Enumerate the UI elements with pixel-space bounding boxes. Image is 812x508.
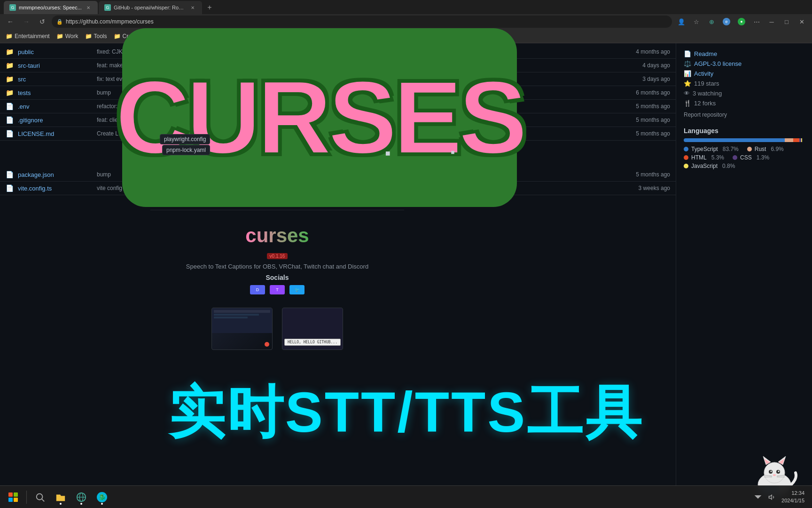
tab-title-1: mmmpneo/curses: Speec... bbox=[19, 5, 82, 10]
lang-rust-bar bbox=[785, 138, 793, 142]
maximize-icon[interactable]: □ bbox=[780, 15, 793, 28]
file-icon-license: 📄 bbox=[6, 130, 14, 137]
readme-logo-area: curses v0.1.16 Speech to Text Captions f… bbox=[150, 216, 404, 300]
taskbar-browser[interactable] bbox=[72, 488, 91, 507]
file-icon-package: 📄 bbox=[6, 171, 14, 178]
file-name[interactable]: .gitignore bbox=[18, 117, 93, 124]
file-name[interactable]: vite.config.ts bbox=[18, 185, 93, 192]
readme-socials-title: Socials bbox=[150, 274, 404, 281]
files-svg bbox=[55, 492, 66, 502]
profile-icon[interactable]: 👤 bbox=[675, 15, 688, 28]
sidebar-readme-link[interactable]: 📄 Readme bbox=[684, 49, 804, 59]
file-name[interactable]: tests bbox=[18, 89, 93, 96]
lang-html-bar bbox=[793, 138, 800, 142]
stars-icon: ⭐ bbox=[684, 80, 691, 87]
address-bar[interactable]: 🔒 https://github.com/mmpmeo/curses bbox=[52, 16, 672, 28]
tab-inactive[interactable]: G GitHub - openai/whisper: Robu... ✕ bbox=[99, 1, 202, 14]
file-icon-env: 📄 bbox=[6, 103, 14, 110]
extension-icon-3[interactable]: ● bbox=[735, 15, 748, 28]
taskbar-search[interactable] bbox=[31, 488, 49, 507]
windows-logo bbox=[8, 492, 18, 502]
activity-icon: 📊 bbox=[684, 70, 691, 77]
svg-point-2 bbox=[764, 462, 785, 483]
extension-icon-2[interactable]: e bbox=[720, 15, 733, 28]
lang-item-js: JavaScript 0.8% bbox=[684, 163, 804, 169]
lang-js-bar bbox=[801, 138, 802, 142]
twitch-icon[interactable]: T bbox=[270, 285, 285, 294]
new-tab-button[interactable]: + bbox=[203, 1, 216, 14]
taskbar-files[interactable] bbox=[51, 488, 70, 507]
sidebar-forks-stat: 🍴 12 forks bbox=[684, 98, 804, 108]
taskbar-game[interactable]: 🐉 bbox=[93, 488, 111, 507]
browser-indicator bbox=[80, 503, 82, 505]
address-text: https://github.com/mmpmeo/curses bbox=[66, 18, 154, 25]
license-icon: ⚖️ bbox=[684, 60, 691, 67]
file-name[interactable]: package.json bbox=[18, 171, 93, 178]
network-icon[interactable] bbox=[752, 492, 764, 503]
language-bar bbox=[684, 138, 804, 142]
file-time: 5 months ago bbox=[623, 130, 670, 137]
minimize-icon[interactable]: ─ bbox=[765, 15, 778, 28]
volume-icon[interactable] bbox=[766, 492, 778, 503]
start-button[interactable] bbox=[4, 488, 23, 507]
js-percent: 0.8% bbox=[722, 163, 735, 169]
bookmark-tools[interactable]: 📁 Tools bbox=[85, 33, 107, 40]
file-name[interactable]: .env bbox=[18, 103, 93, 110]
report-text: Report repository bbox=[684, 111, 727, 118]
folder-icon: 📁 bbox=[6, 33, 13, 40]
file-name[interactable]: public bbox=[18, 48, 93, 56]
address-lock-icon: 🔒 bbox=[56, 19, 63, 25]
sidebar-activity-link[interactable]: 📊 Activity bbox=[684, 69, 804, 79]
game-icon-bg: 🐉 bbox=[97, 492, 107, 502]
sidebar-license-link[interactable]: ⚖️ AGPL-3.0 license bbox=[684, 59, 804, 69]
tab-active[interactable]: G mmmpneo/curses: Speec... ✕ bbox=[4, 1, 98, 14]
settings-icon[interactable]: ⋯ bbox=[750, 15, 763, 28]
refresh-button[interactable]: ↺ bbox=[36, 15, 49, 28]
file-time: 3 days ago bbox=[623, 76, 670, 82]
css-label: CSS bbox=[740, 154, 752, 161]
rust-label: Rust bbox=[755, 146, 766, 152]
bookmark-entertainment[interactable]: 📁 Entertainment bbox=[6, 33, 50, 40]
files-indicator bbox=[60, 503, 62, 505]
tab-close-1[interactable]: ✕ bbox=[85, 4, 92, 11]
folder-icon-4: 📁 bbox=[114, 33, 121, 40]
date-display: 2024/1/15 bbox=[781, 497, 804, 504]
discord-icon[interactable]: D bbox=[250, 285, 265, 294]
readme-badge-area: v0.1.16 bbox=[150, 251, 404, 263]
network-svg bbox=[754, 493, 762, 501]
bookmark-label-tools: Tools bbox=[94, 33, 107, 40]
svg-point-9 bbox=[771, 471, 772, 472]
readme-icon: 📄 bbox=[684, 50, 691, 57]
taskbar-time: 12:34 2024/1/15 bbox=[781, 490, 804, 504]
tab-bar: G mmmpneo/curses: Speec... ✕ G GitHub - … bbox=[0, 0, 812, 14]
back-button[interactable]: ← bbox=[4, 15, 17, 28]
screenshots-row: HELLO, HELLO GITHUB... bbox=[150, 308, 404, 350]
curses-big-text: CURSES bbox=[116, 58, 524, 177]
browser-chrome: G mmmpneo/curses: Speec... ✕ G GitHub - … bbox=[0, 0, 812, 29]
report-repo-link[interactable]: Report repository bbox=[684, 110, 804, 119]
search-svg bbox=[35, 492, 45, 502]
win-square-1 bbox=[8, 492, 13, 497]
close-browser-icon[interactable]: ✕ bbox=[795, 15, 808, 28]
file-icon-vite: 📄 bbox=[6, 184, 14, 192]
typescript-label: TypeScript bbox=[691, 146, 718, 152]
file-name[interactable]: src bbox=[18, 76, 93, 83]
tab-close-2[interactable]: ✕ bbox=[189, 4, 196, 11]
star-icon[interactable]: ☆ bbox=[690, 15, 703, 28]
sidebar-stars-stat: ⭐ 119 stars bbox=[684, 79, 804, 88]
nav-bar: ← → ↺ 🔒 https://github.com/mmpmeo/curses… bbox=[0, 14, 812, 29]
win-square-2 bbox=[14, 492, 18, 497]
forward-button[interactable]: → bbox=[20, 15, 33, 28]
tab-title-2: GitHub - openai/whisper: Robu... bbox=[114, 5, 186, 10]
file-name[interactable]: src-tauri bbox=[18, 62, 93, 69]
file-time: 4 months ago bbox=[623, 48, 670, 55]
folder-icon-3: 📁 bbox=[85, 33, 92, 40]
bookmark-work[interactable]: 📁 Work bbox=[56, 33, 78, 40]
screenshot-2: HELLO, HELLO GITHUB... bbox=[282, 308, 343, 350]
game-icon-symbol: 🐉 bbox=[99, 494, 106, 500]
twitter-icon[interactable]: 🐦 bbox=[289, 285, 304, 294]
nav-icons: 👤 ☆ ⊕ e ● ⋯ ─ □ ✕ bbox=[675, 15, 808, 28]
file-name[interactable]: LICENSE.md bbox=[18, 130, 93, 137]
pnpm-label-text: pnpm-lock.yaml bbox=[166, 147, 206, 153]
extension-icon-1[interactable]: ⊕ bbox=[705, 15, 718, 28]
